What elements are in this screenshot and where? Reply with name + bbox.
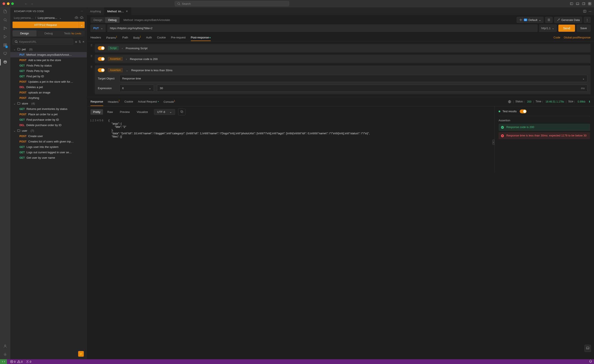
search-activity-icon[interactable] — [3, 18, 7, 22]
tree-item[interactable]: GETFind purchase order by ID — [10, 117, 87, 122]
download-icon[interactable]: ⬇ — [588, 100, 591, 103]
tree-item[interactable]: GETGet user by user name — [10, 155, 87, 160]
send-button[interactable]: Send — [558, 25, 575, 32]
processor-toggle[interactable] — [98, 68, 105, 72]
more-actions-button[interactable]: ⋮ — [584, 17, 591, 23]
editor-tab-method-im[interactable]: Method: im…✕ — [104, 7, 131, 15]
drag-handle-icon[interactable]: ⠿ — [90, 44, 93, 47]
layout-toggle-button[interactable] — [585, 345, 591, 352]
generate-data-button[interactable]: Generate Data — [554, 17, 582, 23]
assertion-value-input[interactable] — [157, 85, 579, 92]
resp-tab-cookie[interactable]: Cookie — [124, 99, 133, 104]
tree-item[interactable]: POSTUpdates a pet in the store with for… — [10, 79, 87, 84]
close-window[interactable] — [3, 2, 5, 5]
tab-params[interactable]: Params1 — [106, 34, 117, 41]
toggle-panel-bottom-icon[interactable] — [576, 2, 579, 5]
url-input[interactable]: https://httpbin.org/Anything?title=2 — [107, 25, 537, 32]
account-icon[interactable] — [3, 344, 7, 349]
cloud-upload-icon[interactable] — [75, 16, 78, 20]
breadcrumb-a[interactable]: Lucy persona… — [14, 16, 34, 20]
target-object-select[interactable]: Response time ⌄ — [119, 75, 587, 82]
run-debug-icon[interactable] — [3, 35, 7, 39]
tree-folder-user[interactable]: ⌄ user (7) — [10, 128, 87, 133]
resp-tab-console[interactable]: Console1 — [163, 99, 175, 104]
collapse-all-icon[interactable]: ✕ — [82, 40, 85, 43]
sidebar-tab-design[interactable]: Design — [13, 30, 36, 36]
view-pretty[interactable]: Pretty — [90, 109, 103, 115]
resp-tab-actual-request[interactable]: Actual Request• — [138, 99, 159, 104]
protocol-select[interactable]: http/1.1 ⌄ — [539, 25, 557, 32]
resp-tab-headers[interactable]: Headers7 — [108, 99, 120, 104]
tree-item[interactable]: GETReturns pet inventories by status — [10, 106, 87, 112]
problems-indicator[interactable]: 0 0 — [10, 360, 23, 363]
chevron-right-icon[interactable]: › — [126, 57, 127, 61]
tree-folder-store[interactable]: ⌄ store (4) — [10, 101, 87, 106]
toggle-panel-left-icon[interactable] — [570, 2, 573, 5]
nav-forward[interactable]: → — [30, 2, 33, 5]
new-request-dropdown[interactable]: ⌄ — [79, 22, 85, 28]
encoding-select[interactable]: UTF-8⌄ — [154, 109, 175, 115]
settings-gear-icon[interactable] — [3, 353, 7, 357]
close-icon[interactable]: ✕ — [126, 10, 128, 13]
list-button[interactable] — [545, 17, 553, 23]
command-center-search[interactable]: Search — [175, 1, 289, 6]
operator-select[interactable]: lt ⌄ — [119, 85, 154, 92]
split-editor-icon[interactable] — [583, 9, 587, 13]
tab-body[interactable]: Body1 — [133, 34, 141, 41]
tree-item[interactable]: GETFind pet by ID — [10, 74, 87, 79]
tree-item[interactable]: GETFinds Pets by status — [10, 63, 87, 68]
tree-folder-pet[interactable]: ⌄ pet (9) — [10, 47, 87, 52]
ports-indicator[interactable]: 0 — [26, 360, 31, 363]
tree-item[interactable]: POSTAdd a new pet to the store — [10, 57, 87, 63]
view-preview[interactable]: Preview — [117, 109, 132, 115]
notifications-icon[interactable] — [589, 360, 592, 364]
tab-auth[interactable]: Auth — [146, 34, 152, 41]
code-link[interactable]: Code — [554, 36, 560, 39]
sidebar-tab-tests[interactable]: Tests No Limits — [61, 30, 85, 36]
new-http-request-button[interactable]: HTTP1/2 Request — [13, 22, 79, 28]
response-body-viewer[interactable]: 1 2 3 4 5 6 { "args": { "title": "2" }, … — [87, 117, 494, 173]
tree-item[interactable]: POSTAnything — [10, 95, 87, 101]
drag-handle-icon[interactable]: ⠿ — [90, 55, 93, 58]
globe-icon[interactable] — [508, 100, 511, 103]
resp-tab-response[interactable]: Response — [90, 99, 103, 104]
copy-response-icon[interactable] — [178, 108, 185, 115]
mode-debug[interactable]: Debug — [105, 17, 119, 23]
environment-select[interactable]: D Default ⌄ — [517, 17, 543, 23]
explorer-icon[interactable] — [3, 9, 7, 14]
breadcrumb-b[interactable]: Lucy persona… — [38, 16, 57, 20]
tree-item[interactable]: DELDeletes a pet — [10, 84, 87, 90]
processor-toggle[interactable] — [98, 57, 105, 61]
editor-more-icon[interactable]: ⋯ — [589, 10, 591, 13]
tab-headers[interactable]: Headers — [90, 34, 101, 41]
view-visualize[interactable]: Visualize — [134, 109, 150, 115]
tree-item[interactable]: DELDelete purchase order by ID — [10, 122, 87, 128]
chevron-down-icon[interactable]: ⌄ — [59, 16, 61, 20]
tree-item[interactable]: POSTPlace an order for a pet — [10, 112, 87, 117]
notification-badge[interactable]: ⚡ — [78, 351, 84, 357]
locate-icon[interactable]: ⊕ — [75, 40, 77, 43]
nav-back[interactable]: ← — [25, 2, 27, 5]
test-results-toggle[interactable] — [520, 109, 527, 113]
tree-item[interactable]: POSTuploads an image — [10, 90, 87, 95]
chevron-right-icon[interactable]: › — [122, 47, 123, 50]
tree-item[interactable]: POSTCreates list of users with given inp… — [10, 139, 87, 144]
tree-item[interactable]: GETFinds Pets by tags — [10, 68, 87, 74]
cloud-download-icon[interactable] — [80, 16, 83, 20]
tab-cookie[interactable]: Cookie — [157, 34, 166, 41]
sort-icon[interactable]: ⇅ — [79, 40, 81, 43]
echoapi-icon[interactable] — [3, 60, 7, 65]
remote-indicator[interactable] — [0, 359, 7, 364]
tree-item[interactable]: PUTMethod: images.asyncBatchAnnot… — [10, 52, 87, 57]
drag-handle-icon[interactable]: ⠿ — [90, 65, 93, 69]
tab-pre-request[interactable]: Pre-request — [171, 34, 186, 41]
processor-toggle[interactable] — [98, 46, 105, 50]
http-method-select[interactable]: PUT ⌄ — [90, 25, 106, 32]
source-control-icon[interactable] — [3, 26, 7, 31]
minimize-window[interactable] — [7, 2, 9, 5]
tab-post-response[interactable]: Post-response• — [191, 34, 211, 41]
maximize-window[interactable] — [11, 2, 14, 5]
expand-results-handle[interactable]: › — [492, 140, 494, 145]
view-raw[interactable]: Raw — [105, 109, 115, 115]
chevron-down-icon[interactable]: ⌄ — [126, 69, 128, 72]
